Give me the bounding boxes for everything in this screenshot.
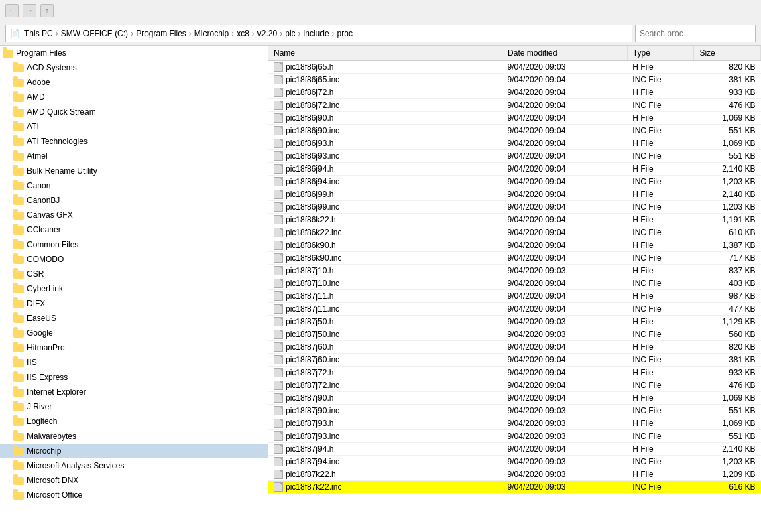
sidebar-item[interactable]: Malwarebytes	[0, 429, 268, 444]
sidebar-item[interactable]: Microsoft DNX	[0, 473, 268, 488]
table-row[interactable]: pic18f87j50.h9/04/2020 09:03H File1,129 …	[268, 316, 761, 328]
sidebar-item[interactable]: COMODO	[0, 252, 268, 267]
file-icon	[274, 253, 283, 263]
table-row[interactable]: pic18f87j10.inc9/04/2020 09:04INC File40…	[268, 277, 761, 290]
table-row[interactable]: pic18f87j10.h9/04/2020 09:03H File837 KB	[268, 265, 761, 277]
sidebar-item-label: DIFX	[27, 299, 45, 308]
table-row[interactable]: pic18f86j93.h9/04/2020 09:04H File1,069 …	[268, 137, 761, 150]
sidebar-item[interactable]: CyberLink	[0, 281, 268, 296]
table-row[interactable]: pic18f87j94.h9/04/2020 09:04H File2,140 …	[268, 443, 761, 456]
breadcrumb-programfiles[interactable]: Program Files	[136, 29, 186, 38]
table-row[interactable]: pic18f86j72.h9/04/2020 09:04H File933 KB	[268, 86, 761, 99]
table-row[interactable]: pic18f86j65.inc9/04/2020 09:04INC File38…	[268, 74, 761, 86]
sidebar-item[interactable]: Microsoft Office	[0, 488, 268, 503]
sidebar-item[interactable]: Canvas GFX	[0, 208, 268, 222]
table-row[interactable]: pic18f86j94.inc9/04/2020 09:04INC File1,…	[268, 176, 761, 188]
table-row[interactable]: pic18f87j93.h9/04/2020 09:03H File1,069 …	[268, 417, 761, 430]
breadcrumb-v220[interactable]: v2.20	[257, 29, 277, 38]
folder-icon	[13, 212, 24, 220]
table-row[interactable]: pic18f87k22.h9/04/2020 09:03H File1,209 …	[268, 468, 761, 481]
table-row[interactable]: pic18f86j99.inc9/04/2020 09:04INC File1,…	[268, 201, 761, 214]
table-row[interactable]: pic18f87j60.h9/04/2020 09:04H File820 KB	[268, 341, 761, 354]
sidebar-item[interactable]: Adobe	[0, 75, 268, 90]
sidebar-item[interactable]: HitmanPro	[0, 340, 268, 355]
table-row[interactable]: pic18f87j72.inc9/04/2020 09:04INC File47…	[268, 379, 761, 392]
breadcrumb-drive[interactable]: SMW-OFFICE (C:)	[61, 29, 128, 38]
sidebar-item[interactable]: Common Files	[0, 237, 268, 252]
file-size: 820 KB	[694, 341, 761, 354]
table-row[interactable]: pic18f86k90.h9/04/2020 09:04H File1,387 …	[268, 239, 761, 252]
breadcrumb-thispc[interactable]: This PC	[24, 29, 53, 38]
table-row[interactable]: pic18f87k22.inc9/04/2020 09:03INC File61…	[268, 481, 761, 494]
table-row[interactable]: pic18f86j65.h9/04/2020 09:03H File820 KB	[268, 61, 761, 74]
table-row[interactable]: pic18f87j72.h9/04/2020 09:04H File933 KB	[268, 367, 761, 379]
file-type: H File	[627, 137, 694, 150]
col-header-type[interactable]: Type	[627, 46, 694, 61]
sidebar-item-label: Common Files	[27, 240, 78, 249]
sidebar-item[interactable]: ATI Technologies	[0, 134, 268, 149]
breadcrumb-proc[interactable]: proc	[337, 29, 353, 38]
forward-button[interactable]: →	[23, 4, 36, 17]
file-size: 1,069 KB	[694, 112, 761, 125]
sidebar-item[interactable]: IIS Express	[0, 370, 268, 385]
sidebar-item[interactable]: Canon	[0, 178, 268, 193]
col-header-date[interactable]: Date modified	[502, 46, 628, 61]
table-row[interactable]: pic18f87j11.inc9/04/2020 09:04INC File47…	[268, 303, 761, 316]
breadcrumb-pic[interactable]: pic	[285, 29, 295, 38]
table-row[interactable]: pic18f86j99.h9/04/2020 09:04H File2,140 …	[268, 188, 761, 201]
table-row[interactable]: pic18f86j90.inc9/04/2020 09:04INC File55…	[268, 125, 761, 137]
sidebar-item[interactable]: CSR	[0, 267, 268, 281]
file-name: pic18f87j60.h	[286, 342, 333, 352]
table-row[interactable]: pic18f86j72.inc9/04/2020 09:04INC File47…	[268, 99, 761, 112]
table-row[interactable]: pic18f87j60.inc9/04/2020 09:04INC File38…	[268, 354, 761, 367]
sidebar-item[interactable]: Microsoft Analysis Services	[0, 458, 268, 473]
table-row[interactable]: pic18f87j94.inc9/04/2020 09:03INC File1,…	[268, 456, 761, 468]
breadcrumb-include[interactable]: include	[304, 29, 329, 38]
breadcrumb-microchip[interactable]: Microchip	[194, 29, 229, 38]
sidebar-item[interactable]: Microchip	[0, 444, 268, 458]
sidebar-item[interactable]: Atmel	[0, 149, 268, 163]
back-button[interactable]: ←	[5, 4, 19, 17]
sidebar-item[interactable]: Program Files	[0, 46, 268, 60]
table-row[interactable]: pic18f87j93.inc9/04/2020 09:03INC File55…	[268, 430, 761, 443]
sidebar-item[interactable]: Internet Explorer	[0, 385, 268, 399]
search-input[interactable]	[635, 25, 756, 42]
table-row[interactable]: pic18f86k22.inc9/04/2020 09:04INC File61…	[268, 226, 761, 239]
breadcrumb[interactable]: 📄 This PC › SMW-OFFICE (C:) › Program Fi…	[5, 25, 632, 42]
file-icon	[274, 342, 283, 352]
table-row[interactable]: pic18f86k22.h9/04/2020 09:04H File1,191 …	[268, 214, 761, 226]
up-button[interactable]: ↑	[40, 4, 54, 17]
file-date: 9/04/2020 09:04	[502, 86, 628, 99]
table-row[interactable]: pic18f87j90.inc9/04/2020 09:03INC File55…	[268, 405, 761, 417]
table-row[interactable]: pic18f87j90.h9/04/2020 09:04H File1,069 …	[268, 392, 761, 405]
sidebar-item[interactable]: ATI	[0, 119, 268, 134]
folder-icon	[13, 138, 24, 146]
breadcrumb-xc8[interactable]: xc8	[237, 29, 249, 38]
sidebar-item[interactable]: Google	[0, 326, 268, 340]
sidebar-item[interactable]: Logitech	[0, 414, 268, 429]
sidebar-item[interactable]: IIS	[0, 355, 268, 370]
file-date: 9/04/2020 09:04	[502, 214, 628, 226]
table-row[interactable]: pic18f86k90.inc9/04/2020 09:04INC File71…	[268, 252, 761, 265]
table-row[interactable]: pic18f86j94.h9/04/2020 09:04H File2,140 …	[268, 163, 761, 176]
sidebar-item[interactable]: DIFX	[0, 296, 268, 311]
sidebar-item[interactable]: CanonBJ	[0, 193, 268, 208]
sidebar-item[interactable]: CCleaner	[0, 222, 268, 237]
sidebar-item[interactable]: AMD	[0, 90, 268, 105]
sidebar-item[interactable]: ACD Systems	[0, 60, 268, 75]
sidebar-item-label: IIS	[27, 358, 37, 367]
folder-icon	[13, 271, 24, 279]
file-size: 551 KB	[694, 125, 761, 137]
table-row[interactable]: pic18f86j93.inc9/04/2020 09:04INC File55…	[268, 150, 761, 163]
sidebar-item[interactable]: J River	[0, 399, 268, 414]
sidebar-item[interactable]: AMD Quick Stream	[0, 105, 268, 119]
sidebar-item[interactable]: EaseUS	[0, 311, 268, 326]
table-row[interactable]: pic18f87j50.inc9/04/2020 09:03INC File56…	[268, 328, 761, 341]
col-header-name[interactable]: Name	[268, 46, 502, 61]
file-date: 9/04/2020 09:04	[502, 392, 628, 405]
col-header-size[interactable]: Size	[694, 46, 761, 61]
file-date: 9/04/2020 09:03	[502, 328, 628, 341]
table-row[interactable]: pic18f86j90.h9/04/2020 09:04H File1,069 …	[268, 112, 761, 125]
sidebar-item[interactable]: Bulk Rename Utility	[0, 163, 268, 178]
table-row[interactable]: pic18f87j11.h9/04/2020 09:04H File987 KB	[268, 290, 761, 303]
